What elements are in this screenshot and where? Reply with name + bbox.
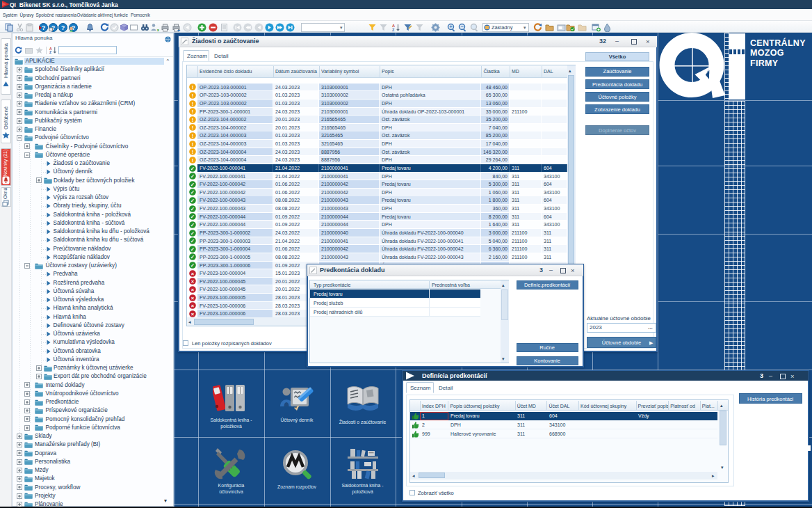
svg-text:?: ? — [41, 24, 44, 31]
svg-text:✓: ✓ — [190, 230, 195, 236]
svg-text:✓: ✓ — [190, 262, 195, 269]
svg-text:✓: ✓ — [190, 165, 195, 171]
svg-text:×: × — [191, 270, 195, 276]
svg-text:x: x — [156, 28, 159, 32]
svg-text:!: ! — [192, 93, 194, 99]
svg-text:Z: Z — [392, 28, 395, 32]
svg-text:!: ! — [192, 149, 194, 155]
svg-text:?: ? — [61, 24, 65, 31]
svg-text:Z: Z — [49, 50, 51, 54]
svg-text:×: × — [191, 278, 195, 285]
svg-text:+: + — [449, 24, 452, 29]
svg-text:✓: ✓ — [190, 246, 195, 253]
svg-text:!: ! — [192, 133, 194, 139]
svg-text:✓: ✓ — [190, 182, 195, 188]
svg-text:×: × — [191, 287, 195, 293]
svg-text:×: × — [191, 303, 195, 309]
svg-text:✓: ✓ — [190, 173, 195, 180]
svg-text:✓: ✓ — [190, 254, 195, 260]
svg-text:✓: ✓ — [190, 238, 195, 244]
svg-text:!: ! — [192, 100, 194, 106]
svg-text:✓: ✓ — [190, 205, 195, 212]
svg-text:!: ! — [192, 141, 194, 147]
svg-text:!: ! — [192, 84, 194, 90]
svg-text:✓: ✓ — [190, 198, 195, 204]
svg-text:−: − — [460, 24, 463, 29]
svg-text:!: ! — [192, 125, 194, 131]
svg-text:!: ! — [192, 109, 194, 115]
svg-text:!: ! — [192, 157, 194, 164]
svg-text:×: × — [191, 294, 195, 301]
svg-text:×: × — [191, 311, 195, 317]
svg-text:✓: ✓ — [190, 214, 195, 220]
svg-text:!: ! — [192, 116, 194, 122]
svg-text:✓: ✓ — [190, 222, 195, 228]
svg-text:✓: ✓ — [190, 189, 195, 196]
